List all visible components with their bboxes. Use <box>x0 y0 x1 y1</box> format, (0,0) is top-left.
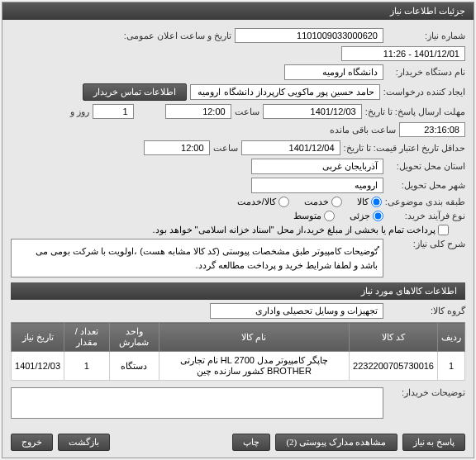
th-unit: واحد شمارش <box>109 323 159 352</box>
main-panel: جزئیات اطلاعات نیاز شماره نیاز: 11010090… <box>2 2 474 458</box>
label-rooz: روز و <box>70 107 89 117</box>
field-province: آذربایجان غربی <box>251 159 383 174</box>
contact-info-button[interactable]: اطلاعات تماس خریدار <box>83 83 187 101</box>
field-requester: حامد حسین پور ماکویی کارپرداز دانشگاه ار… <box>190 84 380 100</box>
cell-code: 2232200705730016 <box>350 352 438 381</box>
label-need-no: شماره نیاز: <box>387 31 465 41</box>
th-row: ردیف <box>438 323 465 352</box>
radio-jozi[interactable]: جزئی <box>350 211 383 221</box>
radio-kala-khedmat[interactable]: کالا/خدمت <box>237 197 289 207</box>
expand-icon[interactable]: ⤢ <box>374 242 380 254</box>
label-group: گروه کالا: <box>387 306 465 316</box>
field-remain-time: 23:16:08 <box>399 122 465 137</box>
label-province: استان محل تحویل: <box>387 161 465 172</box>
radio-khedmat[interactable]: خدمت <box>304 197 342 207</box>
checkbox-payment-input[interactable] <box>438 225 449 235</box>
items-section-header: اطلاعات کالاهای مورد نیاز <box>11 282 465 300</box>
field-price-date: 1401/12/04 <box>241 140 340 155</box>
cell-qty: 1 <box>64 352 110 381</box>
label-buyer: نام دستگاه خریدار: <box>387 67 465 78</box>
field-buyer: دانشگاه ارومیه <box>284 64 383 80</box>
field-days: 1 <box>93 104 134 119</box>
field-city: ارومیه <box>251 178 383 193</box>
table-row[interactable]: 1 2232200705730016 چاپگر کامپیوتر مدل HL… <box>12 352 465 381</box>
print-button[interactable]: چاپ <box>232 434 270 451</box>
label-saat-1: ساعت <box>235 107 259 117</box>
cell-name: چاپگر کامپیوتر مدل HL 2700 نام تجارتی BR… <box>159 352 349 381</box>
radio-kala-khedmat-input[interactable] <box>278 197 289 207</box>
items-table: ردیف کد کالا نام کالا واحد شمارش تعداد /… <box>11 322 465 381</box>
radio-kala-input[interactable] <box>371 197 382 207</box>
checkbox-payment[interactable]: پرداخت تمام یا بخشی از مبلغ خرید،از محل … <box>152 225 449 235</box>
field-public-dt: 1401/12/01 - 11:26 <box>341 46 465 61</box>
attachments-button[interactable]: مشاهده مدارک پیوستی (2) <box>275 434 397 451</box>
label-resp-deadline: مهلت ارسال پاسخ: تا تاریخ: <box>365 107 465 117</box>
field-group: تجهیزات و وسایل تحصیلی واداری <box>210 303 383 319</box>
label-price-valid: حداقل تاریخ اعتبار قیمت: تا تاریخ: <box>344 143 465 154</box>
field-resp-time: 12:00 <box>165 104 231 119</box>
label-process: نوع فرآیند خرید: <box>387 211 465 221</box>
label-city: شهر محل تحویل: <box>387 180 465 191</box>
label-saat-2: ساعت <box>213 143 238 154</box>
radio-motavasset[interactable]: متوسط <box>293 211 335 221</box>
cell-n: 1 <box>438 352 465 381</box>
field-resp-date: 1401/12/03 <box>263 104 362 119</box>
cell-unit: دستگاه <box>109 352 159 381</box>
buyer-notes-box <box>11 387 383 419</box>
radio-jozi-input[interactable] <box>373 211 383 221</box>
cell-date: 1401/12/03 <box>12 352 64 381</box>
field-price-time: 12:00 <box>144 140 210 155</box>
label-remaining: ساعت باقی مانده <box>330 125 396 135</box>
radio-kala[interactable]: کالا <box>357 197 382 207</box>
desc-text: توضیحات کامپیوتر طبق مشخصات پیوستی (کد ک… <box>36 246 378 270</box>
back-button[interactable]: بازگشت <box>58 434 110 451</box>
field-need-no: 1101009033000620 <box>235 28 383 43</box>
exit-button[interactable]: خروج <box>11 434 53 451</box>
footer-buttons: پاسخ به نیاز مشاهده مدارک پیوستی (2) چاپ… <box>2 427 474 458</box>
respond-button[interactable]: پاسخ به نیاز <box>402 434 466 451</box>
th-code: کد کالا <box>350 323 438 352</box>
label-categorize: طبقه بندی موضوعی: <box>385 197 465 207</box>
label-buyer-notes: توضیحات خریدار: <box>387 387 465 398</box>
radio-khedmat-input[interactable] <box>331 197 342 207</box>
category-radio-group: کالا خدمت کالا/خدمت <box>237 197 382 207</box>
th-date: تاریخ نیاز <box>12 323 64 352</box>
radio-motavasset-input[interactable] <box>324 211 335 221</box>
process-radio-group: جزئی متوسط <box>293 211 383 221</box>
label-public-dt: تاریخ و ساعت اعلان عمومی: <box>107 31 231 41</box>
label-requester: ایجاد کننده درخواست: <box>383 87 465 97</box>
table-header-row: ردیف کد کالا نام کالا واحد شمارش تعداد /… <box>12 323 465 352</box>
th-name: نام کالا <box>159 323 349 352</box>
desc-box: ⤢ توضیحات کامپیوتر طبق مشخصات پیوستی (کد… <box>11 239 383 277</box>
th-qty: تعداد / مقدار <box>64 323 110 352</box>
panel-header: جزئیات اطلاعات نیاز <box>2 2 474 20</box>
label-overall-desc: شرح کلی نیاز: <box>387 239 465 249</box>
